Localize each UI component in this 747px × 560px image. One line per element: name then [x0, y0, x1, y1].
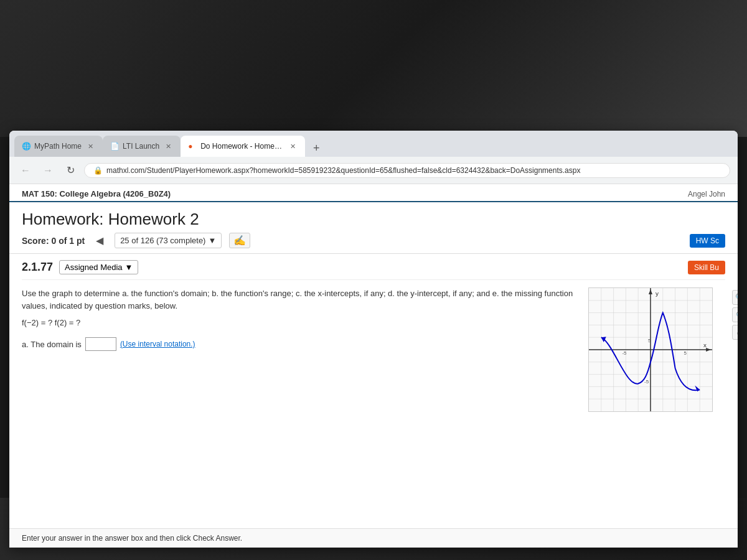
svg-text:x: x	[703, 342, 707, 348]
svg-text:y: y	[655, 290, 659, 297]
browser-window: 🌐 MyPath Home ✕ 📄 LTI Launch ✕ ● Do Home…	[9, 131, 738, 548]
zoom-in-button[interactable]: 🔍	[732, 290, 738, 305]
question-text-area: Use the graph to determine a. the functi…	[22, 287, 576, 414]
tab-mypath-label: MyPath Home	[34, 142, 82, 151]
bottom-instruction-bar: Enter your answer in the answer box and …	[9, 528, 738, 548]
lock-icon: 🔒	[93, 166, 103, 175]
forward-button[interactable]: →	[39, 162, 57, 179]
question-number: 2.1.77	[22, 261, 53, 274]
address-input[interactable]: 🔒 mathxl.com/Student/PlayerHomework.aspx…	[84, 163, 730, 178]
mypath-icon: 🌐	[22, 142, 31, 151]
svg-marker-20	[649, 289, 652, 294]
tab-homework-close[interactable]: ✕	[288, 141, 298, 151]
domain-question: a. The domain is (Use interval notation.…	[22, 337, 576, 351]
expand-graph-button[interactable]: ⤢	[732, 325, 738, 340]
tab-homework[interactable]: ● Do Homework - Homework 2 ✕	[181, 136, 305, 157]
score-label: Score: 0 of 1 pt	[22, 236, 85, 246]
svg-marker-21	[706, 348, 711, 352]
interval-notation-note[interactable]: (Use interval notation.)	[120, 340, 195, 348]
svg-text:5: 5	[648, 338, 651, 343]
svg-text:-5: -5	[644, 379, 649, 385]
dropdown-arrow: ▼	[208, 236, 216, 245]
zoom-out-button[interactable]: 🔍	[732, 307, 738, 322]
address-text: mathxl.com/Student/PlayerHomework.aspx?h…	[106, 166, 721, 175]
pearson-icon: ●	[188, 142, 197, 151]
tab-homework-label: Do Homework - Homework 2	[200, 142, 284, 151]
domain-answer-box[interactable]	[85, 337, 116, 351]
hw-title-section: Homework: Homework 2 Score: 0 of 1 pt ◀ …	[9, 202, 738, 254]
domain-label: a. The domain is	[22, 340, 82, 349]
bottom-instruction-text: Enter your answer in the answer box and …	[22, 534, 242, 543]
back-button[interactable]: ←	[17, 162, 34, 179]
tab-lti-close[interactable]: ✕	[163, 141, 173, 151]
user-name: Angel John	[688, 190, 725, 198]
progress-text: 25 of 126 (73 complete)	[120, 236, 205, 245]
question-header: 2.1.77 Assigned Media ▼ Skill Bu	[22, 254, 725, 280]
tab-bar: 🌐 MyPath Home ✕ 📄 LTI Launch ✕ ● Do Home…	[9, 131, 738, 157]
prev-question-button[interactable]: ◀	[92, 233, 107, 248]
page-content: MAT 150: College Algebra (4206_B0Z4) Ang…	[9, 184, 738, 528]
assigned-media-label: Assigned Media	[65, 263, 123, 272]
course-title: MAT 150: College Algebra (4206_B0Z4)	[22, 189, 171, 198]
svg-text:-5: -5	[622, 350, 627, 356]
lti-icon: 📄	[110, 142, 119, 151]
question-instruction: Use the graph to determine a. the functi…	[22, 287, 576, 312]
hw-score-button[interactable]: HW Sc	[690, 234, 725, 248]
assigned-media-button[interactable]: Assigned Media ▼	[59, 260, 138, 274]
svg-text:5: 5	[684, 350, 687, 356]
hand-tool-button[interactable]: ✍	[229, 233, 250, 248]
course-header: MAT 150: College Algebra (4206_B0Z4) Ang…	[9, 184, 738, 202]
refresh-button[interactable]: ↻	[62, 162, 79, 179]
graph-container: y x 5 -5 -5 5	[588, 287, 725, 414]
question-body: Use the graph to determine a. the functi…	[22, 280, 725, 422]
tab-lti[interactable]: 📄 LTI Launch ✕	[103, 136, 181, 157]
function-graph: y x 5 -5 -5 5	[588, 287, 713, 412]
tab-mypath[interactable]: 🌐 MyPath Home ✕	[14, 136, 103, 157]
new-tab-button[interactable]: +	[308, 139, 325, 157]
skill-bu-button[interactable]: Skill Bu	[688, 261, 725, 274]
question-section: 2.1.77 Assigned Media ▼ Skill Bu Use the…	[9, 254, 738, 528]
score-nav-row: Score: 0 of 1 pt ◀ 25 of 126 (73 complet…	[22, 233, 725, 248]
assigned-media-dropdown-arrow: ▼	[125, 263, 133, 272]
address-bar: ← → ↻ 🔒 mathxl.com/Student/PlayerHomewor…	[9, 157, 738, 184]
progress-dropdown[interactable]: 25 of 126 (73 complete) ▼	[115, 233, 222, 248]
tab-mypath-close[interactable]: ✕	[85, 141, 95, 151]
function-values: f(−2) = ? f(2) = ?	[22, 318, 576, 327]
desktop-background	[0, 0, 747, 137]
tab-lti-label: LTI Launch	[123, 142, 159, 151]
hw-title: Homework: Homework 2	[22, 210, 725, 229]
